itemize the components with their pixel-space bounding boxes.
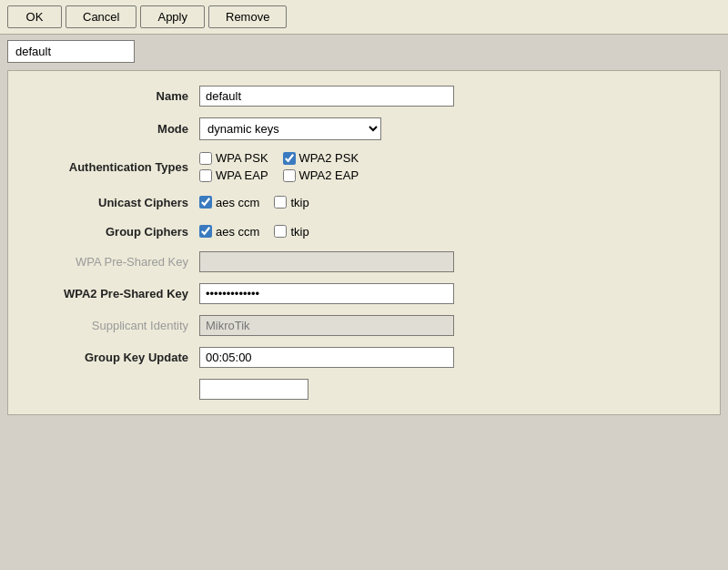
group-key-update-input-col — [199, 347, 711, 368]
mode-label: Mode — [17, 122, 199, 136]
unicast-ciphers-input-col: aes ccm tkip — [199, 196, 711, 209]
cancel-button[interactable]: Cancel — [66, 5, 136, 28]
wpa-psk-key-input[interactable] — [199, 251, 454, 272]
remove-button[interactable]: Remove — [208, 5, 287, 28]
wpa2-psk-key-row: WPA2 Pre-Shared Key — [8, 278, 720, 310]
apply-button[interactable]: Apply — [140, 5, 205, 28]
group-tkip-label: tkip — [290, 225, 308, 239]
name-row: Name — [8, 80, 720, 112]
auth-types-input-col: WPA PSK WPA2 PSK WPA EAP — [199, 151, 711, 182]
toolbar: OK Cancel Apply Remove — [0, 0, 728, 35]
supplicant-identity-input-col — [199, 315, 711, 336]
group-tkip-checkbox[interactable] — [274, 225, 287, 238]
auth-types-row-2: WPA EAP WPA2 EAP — [199, 168, 711, 182]
group-tkip-item[interactable]: tkip — [274, 225, 308, 239]
unicast-aes-ccm-item[interactable]: aes ccm — [199, 196, 259, 209]
unicast-ciphers-label: Unicast Ciphers — [17, 196, 199, 209]
wpa-psk-checkbox[interactable] — [199, 152, 212, 165]
wpa2-eap-item[interactable]: WPA2 EAP — [283, 168, 359, 182]
form-section: Name Mode dynamic keys static keys none … — [8, 71, 720, 414]
auth-types-row-1: WPA PSK WPA2 PSK — [199, 151, 711, 165]
mode-row: Mode dynamic keys static keys none — [8, 112, 720, 146]
unicast-tkip-label: tkip — [290, 196, 308, 209]
mode-select[interactable]: dynamic keys static keys none — [199, 117, 381, 140]
wpa-psk-key-input-col — [199, 251, 711, 272]
unicast-tkip-item[interactable]: tkip — [274, 196, 308, 209]
group-aes-ccm-item[interactable]: aes ccm — [199, 225, 259, 239]
wpa2-eap-label: WPA2 EAP — [299, 168, 359, 182]
name-label: Name — [17, 89, 199, 103]
mode-input-col: dynamic keys static keys none — [199, 117, 711, 140]
wpa2-eap-checkbox[interactable] — [283, 169, 296, 182]
supplicant-identity-input[interactable] — [199, 315, 454, 336]
supplicant-identity-label: Supplicant Identity — [17, 319, 199, 332]
wpa2-psk-item[interactable]: WPA2 PSK — [283, 151, 359, 165]
group-key-update-row: Group Key Update — [8, 341, 720, 373]
unicast-aes-ccm-label: aes ccm — [216, 196, 259, 209]
auth-types-label: Authentication Types — [17, 160, 199, 174]
wpa-psk-item[interactable]: WPA PSK — [199, 151, 268, 165]
group-ciphers-label: Group Ciphers — [17, 225, 199, 239]
group-aes-ccm-label: aes ccm — [216, 225, 259, 239]
ok-button[interactable]: OK — [7, 5, 62, 28]
auth-types-checkboxes: WPA PSK WPA2 PSK WPA EAP — [199, 151, 711, 182]
tab-bar — [0, 35, 728, 63]
unicast-tkip-checkbox[interactable] — [274, 196, 287, 209]
wpa-eap-checkbox[interactable] — [199, 169, 212, 182]
group-key-update-label: Group Key Update — [17, 351, 199, 364]
group-ciphers-row: Group Ciphers aes ccm tkip — [8, 217, 720, 246]
group-aes-ccm-checkbox[interactable] — [199, 225, 212, 238]
unicast-ciphers-checkboxes: aes ccm tkip — [199, 196, 711, 209]
content-area: Name Mode dynamic keys static keys none … — [7, 70, 721, 415]
wpa-psk-label: WPA PSK — [216, 151, 268, 165]
tab-input[interactable] — [7, 40, 135, 63]
wpa2-psk-checkbox[interactable] — [283, 152, 296, 165]
group-ciphers-input-col: aes ccm tkip — [199, 225, 711, 239]
unicast-aes-ccm-checkbox[interactable] — [199, 196, 212, 209]
group-ciphers-checkboxes: aes ccm tkip — [199, 225, 711, 239]
wpa2-psk-key-input-col — [199, 283, 711, 304]
extra-input[interactable] — [199, 379, 308, 400]
wpa2-psk-key-input[interactable] — [199, 283, 454, 304]
wpa-psk-key-row: WPA Pre-Shared Key — [8, 246, 720, 278]
group-key-update-input[interactable] — [199, 347, 454, 368]
wpa2-psk-label: WPA2 PSK — [299, 151, 359, 165]
name-input[interactable] — [199, 86, 454, 107]
auth-types-row: Authentication Types WPA PSK WPA2 PSK — [8, 146, 720, 188]
wpa-eap-item[interactable]: WPA EAP — [199, 168, 268, 182]
supplicant-identity-row: Supplicant Identity — [8, 310, 720, 341]
extra-row — [8, 373, 720, 405]
name-input-col — [199, 86, 711, 107]
wpa-eap-label: WPA EAP — [216, 168, 268, 182]
wpa-psk-key-label: WPA Pre-Shared Key — [17, 255, 199, 269]
unicast-ciphers-row: Unicast Ciphers aes ccm tkip — [8, 188, 720, 217]
wpa2-psk-key-label: WPA2 Pre-Shared Key — [17, 287, 199, 300]
